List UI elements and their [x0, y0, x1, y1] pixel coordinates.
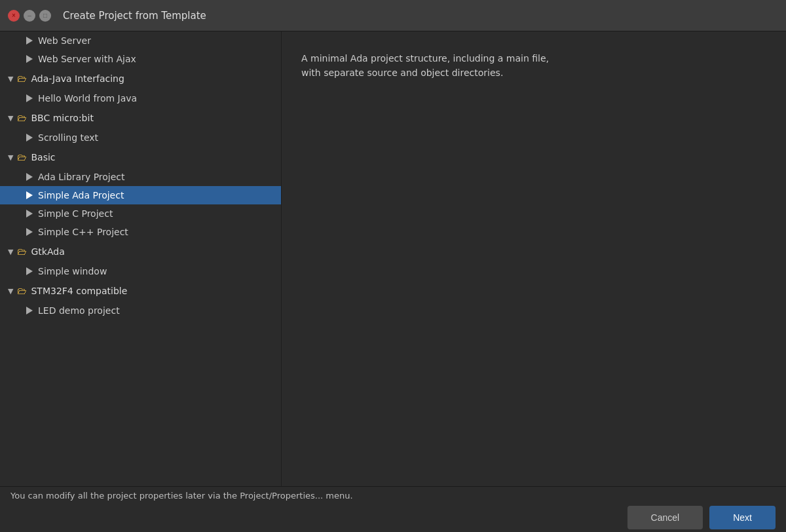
collapse-arrow-icon: ▼ [8, 114, 13, 123]
category-label: STM32F4 compatible [31, 286, 127, 296]
collapse-arrow-icon: ▼ [8, 75, 13, 83]
item-label: Web Server [38, 35, 91, 46]
item-label: LED demo project [38, 305, 120, 316]
item-label: Web Server with Ajax [38, 54, 136, 64]
detail-description: A minimal Ada project structure, includi… [301, 51, 766, 81]
maximize-button[interactable]: □ [39, 10, 51, 22]
list-item[interactable]: Web Server with Ajax [0, 50, 281, 68]
tree-category-ada-java[interactable]: ▼ 🗁 Ada-Java Interfacing [0, 68, 281, 89]
item-label: Hello World from Java [38, 93, 137, 104]
play-icon [26, 173, 33, 181]
category-label: GtkAda [31, 246, 64, 257]
play-icon [26, 37, 33, 45]
list-item-simple-ada[interactable]: Simple Ada Project [0, 186, 281, 204]
play-icon [26, 210, 33, 218]
tree-category-bbc[interactable]: ▼ 🗁 BBC micro:bit [0, 107, 281, 128]
list-item[interactable]: Simple C++ Project [0, 223, 281, 241]
list-item[interactable]: Web Server [0, 31, 281, 50]
play-icon [26, 134, 33, 142]
title-bar: × – □ Create Project from Template [0, 0, 786, 31]
item-label: Scrolling text [38, 132, 98, 143]
tree-category-basic[interactable]: ▼ 🗁 Basic [0, 147, 281, 168]
button-row: Cancel Next [0, 501, 786, 533]
detail-panel: A minimal Ada project structure, includi… [282, 31, 786, 486]
next-button[interactable]: Next [709, 506, 776, 529]
play-icon [26, 55, 33, 63]
folder-icon: 🗁 [17, 246, 27, 257]
tree-panel: Web Server Web Server with Ajax ▼ 🗁 Ada-… [0, 31, 282, 486]
folder-icon: 🗁 [17, 285, 27, 297]
item-label: Simple C++ Project [38, 227, 128, 237]
category-label: BBC micro:bit [31, 113, 93, 123]
list-item[interactable]: Ada Library Project [0, 168, 281, 186]
tree-category-gtkada[interactable]: ▼ 🗁 GtkAda [0, 241, 281, 262]
list-item[interactable]: LED demo project [0, 301, 281, 320]
collapse-arrow-icon: ▼ [8, 287, 13, 295]
list-item[interactable]: Hello World from Java [0, 89, 281, 107]
play-icon [26, 228, 33, 236]
close-button[interactable]: × [8, 10, 20, 22]
dialog-title: Create Project from Template [63, 10, 206, 22]
cancel-button[interactable]: Cancel [627, 506, 703, 529]
play-icon [26, 307, 33, 314]
hint-text: You can modify all the project propertie… [0, 485, 786, 501]
list-item[interactable]: Scrolling text [0, 128, 281, 147]
collapse-arrow-icon: ▼ [8, 248, 13, 256]
minimize-button[interactable]: – [24, 10, 35, 22]
play-icon [26, 94, 33, 102]
bottom-bar: You can modify all the project propertie… [0, 487, 786, 532]
item-label: Ada Library Project [38, 172, 125, 182]
list-item[interactable]: Simple C Project [0, 204, 281, 223]
list-item[interactable]: Simple window [0, 262, 281, 280]
folder-icon: 🗁 [17, 151, 27, 163]
item-label: Simple window [38, 266, 107, 276]
window-controls: × – □ [8, 10, 51, 22]
collapse-arrow-icon: ▼ [8, 153, 13, 162]
folder-icon: 🗁 [17, 73, 27, 85]
folder-icon: 🗁 [17, 112, 27, 124]
dialog-body: Web Server Web Server with Ajax ▼ 🗁 Ada-… [0, 31, 786, 486]
category-label: Basic [31, 152, 55, 162]
item-label: Simple Ada Project [38, 190, 124, 200]
play-icon [26, 267, 33, 275]
tree-category-stm32[interactable]: ▼ 🗁 STM32F4 compatible [0, 280, 281, 301]
category-label: Ada-Java Interfacing [31, 73, 124, 84]
item-label: Simple C Project [38, 208, 113, 219]
play-icon [26, 191, 33, 199]
